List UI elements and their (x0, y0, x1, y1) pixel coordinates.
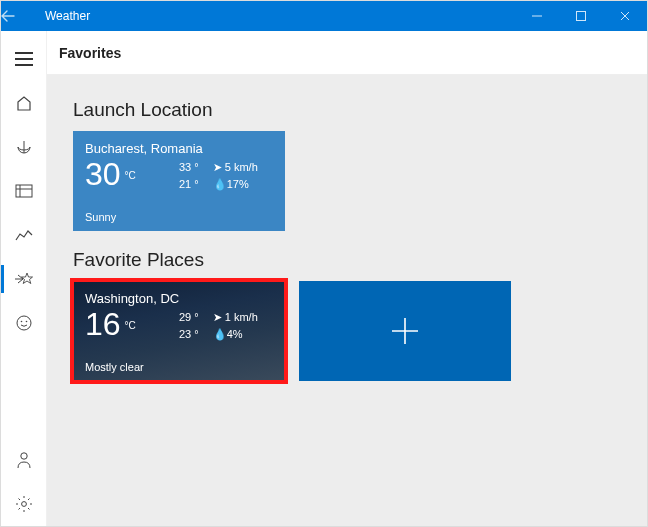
svg-rect-1 (16, 185, 32, 197)
svg-point-2 (17, 316, 31, 330)
main-pane: Favorites Launch Location Bucharest, Rom… (47, 31, 647, 526)
titlebar: Weather (1, 1, 647, 31)
nav-historical[interactable] (1, 169, 46, 213)
close-button[interactable] (603, 1, 647, 31)
svg-point-5 (20, 453, 26, 459)
page-title: Favorites (47, 31, 647, 75)
tile-stats: 29 ° ➤ 1 km/h 23 ° 💧4% (179, 309, 258, 342)
svg-point-4 (25, 321, 27, 323)
drop-icon: 💧 (213, 178, 227, 190)
sidebar (1, 31, 47, 526)
tile-humidity: 💧4% (213, 326, 243, 343)
tile-temp: 16 (85, 308, 121, 340)
nav-forecast[interactable] (1, 81, 46, 125)
tile-temp: 30 (85, 158, 121, 190)
back-button[interactable] (1, 9, 41, 23)
svg-point-3 (20, 321, 22, 323)
nav-feedback[interactable] (1, 438, 46, 482)
tile-location: Washington, DC (85, 291, 273, 306)
tile-wind: ➤ 5 km/h (213, 159, 258, 176)
tile-unit: °C (125, 170, 136, 181)
svg-point-6 (21, 502, 26, 507)
content-area: Launch Location Bucharest, Romania 30 °C… (47, 75, 647, 526)
favorite-tile[interactable]: Washington, DC 16 °C 29 ° ➤ 1 km/h 23 ° (73, 281, 285, 381)
app-title: Weather (41, 9, 515, 23)
tile-unit: °C (125, 320, 136, 331)
nav-favorites[interactable] (1, 257, 46, 301)
tile-low: 21 ° (179, 176, 199, 193)
window-controls (515, 1, 647, 31)
tile-high: 29 ° (179, 309, 199, 326)
app-window: Weather (0, 0, 648, 527)
tile-stats: 33 ° ➤ 5 km/h 21 ° 💧17% (179, 159, 258, 192)
nav-settings[interactable] (1, 482, 46, 526)
plus-icon (388, 314, 422, 348)
tile-high: 33 ° (179, 159, 199, 176)
drop-icon: 💧 (213, 328, 227, 340)
maximize-button[interactable] (559, 1, 603, 31)
tile-wind: ➤ 1 km/h (213, 309, 258, 326)
tile-humidity: 💧17% (213, 176, 249, 193)
minimize-button[interactable] (515, 1, 559, 31)
hamburger-button[interactable] (1, 37, 46, 81)
launch-location-tile[interactable]: Bucharest, Romania 30 °C 33 ° ➤ 5 km/h 2 (73, 131, 285, 231)
tile-location: Bucharest, Romania (85, 141, 273, 156)
svg-rect-0 (577, 12, 586, 21)
tile-low: 23 ° (179, 326, 199, 343)
add-favorite-tile[interactable] (299, 281, 511, 381)
section-favorite-places: Favorite Places (73, 249, 621, 271)
wind-icon: ➤ (213, 161, 222, 173)
tile-condition: Sunny (85, 211, 116, 223)
nav-news[interactable] (1, 301, 46, 345)
section-launch-location: Launch Location (73, 99, 621, 121)
nav-maps[interactable] (1, 125, 46, 169)
wind-icon: ➤ (213, 311, 222, 323)
tile-condition: Mostly clear (85, 361, 144, 373)
nav-hourly[interactable] (1, 213, 46, 257)
